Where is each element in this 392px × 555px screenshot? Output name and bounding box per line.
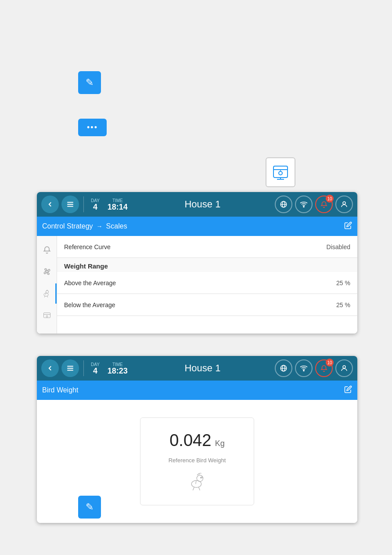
time-display-2: TIME 18:23	[105, 362, 130, 375]
weight-card: 0.042 Kg Reference Bird Weight	[140, 417, 254, 505]
time-value-1: 18:14	[108, 203, 128, 211]
alert-button-2[interactable]: 10	[315, 359, 333, 377]
header-divider-1	[83, 196, 84, 212]
above-average-value: 25 %	[336, 279, 350, 287]
globe-button-1[interactable]	[275, 196, 292, 213]
above-average-row[interactable]: Above the Average 25 %	[57, 272, 357, 294]
svg-point-12	[303, 206, 304, 207]
globe-icon-1	[280, 200, 288, 208]
user-button-1[interactable]	[335, 196, 353, 213]
header-bar-2: DAY 4 TIME 18:23 House 1	[37, 356, 357, 381]
wifi-button-2[interactable]	[295, 359, 313, 377]
edit-button-1[interactable]: ✎	[78, 71, 101, 94]
chicken-side-icon	[42, 289, 50, 298]
wifi-button-1[interactable]	[295, 196, 313, 213]
weight-range-title: Weight Range	[64, 262, 108, 270]
back-arrow-icon	[46, 200, 54, 208]
day-value-2: 4	[93, 367, 97, 375]
time-label-1: TIME	[112, 198, 123, 203]
day-label-2: DAY	[91, 362, 100, 367]
time-value-2: 18:23	[108, 367, 128, 375]
day-display-2: DAY 4	[88, 362, 102, 375]
reference-curve-value: Disabled	[327, 243, 350, 250]
alert-badge-1: 10	[326, 195, 334, 203]
svg-point-13	[343, 202, 345, 204]
header-right-1: 10	[275, 196, 353, 213]
day-display-1: DAY 4	[88, 198, 102, 211]
scale-side-icon	[43, 311, 51, 320]
weight-number: 0.042	[169, 431, 211, 450]
breadcrumb-control-strategy: Control Strategy	[42, 222, 93, 230]
alert-badge-2: 10	[326, 359, 334, 366]
wifi-icon-2	[300, 364, 308, 372]
time-display-1: TIME 18:14	[105, 198, 130, 211]
hamburger-icon-2	[66, 364, 74, 372]
svg-point-4	[279, 171, 282, 175]
more-dots-icon: •••	[87, 123, 98, 132]
pencil-icon-sub-2	[344, 385, 352, 393]
weight-display: 0.042 Kg	[169, 431, 225, 450]
pencil-icon-2: ✎	[86, 501, 94, 513]
weight-label: Reference Bird Weight	[169, 457, 226, 464]
time-label-2: TIME	[112, 362, 123, 367]
user-icon-1	[340, 200, 348, 208]
globe-icon-2	[280, 364, 288, 372]
content-area-1: Reference Curve Disabled Weight Range Ab…	[37, 236, 357, 334]
back-button-1[interactable]	[41, 196, 59, 213]
svg-point-15	[44, 293, 48, 297]
breadcrumb-left-2: Bird Weight	[42, 386, 78, 394]
pencil-icon-sub-1	[344, 221, 352, 229]
reference-curve-row[interactable]: Reference Curve Disabled	[57, 236, 357, 258]
fan-side-icon	[43, 267, 51, 276]
sidebar-chicken-icon[interactable]	[37, 283, 57, 304]
sidebar-bell-icon[interactable]	[37, 239, 57, 260]
svg-point-26	[303, 370, 304, 371]
svg-point-30	[201, 477, 201, 478]
screen-title-1: House 1	[133, 199, 272, 210]
breadcrumb-scales: Scales	[106, 222, 127, 230]
screen-title-2: House 1	[133, 363, 272, 374]
scales-shortcut-button[interactable]	[266, 157, 295, 187]
bell-side-icon	[43, 245, 51, 254]
reference-curve-label: Reference Curve	[64, 243, 327, 250]
svg-point-19	[46, 316, 48, 317]
sub-header-edit-1[interactable]	[344, 221, 352, 232]
screen-1: DAY 4 TIME 18:14 House 1	[37, 192, 357, 334]
below-average-value: 25 %	[336, 301, 350, 308]
sub-header-edit-2[interactable]	[344, 385, 352, 395]
day-label-1: DAY	[91, 198, 100, 203]
breadcrumb-2: Bird Weight	[37, 381, 357, 400]
user-button-2[interactable]	[335, 359, 353, 377]
sidebar-scale-icon[interactable]	[37, 305, 57, 326]
above-average-label: Above the Average	[64, 279, 336, 287]
below-average-label: Below the Average	[64, 301, 336, 308]
more-button[interactable]: •••	[78, 119, 107, 136]
scale-icon	[272, 163, 289, 181]
back-button-2[interactable]	[41, 359, 59, 377]
bird-weight-title: Bird Weight	[42, 386, 78, 394]
hamburger-icon	[66, 200, 74, 208]
breadcrumb-1: Control Strategy → Scales	[37, 217, 357, 236]
svg-point-27	[343, 366, 345, 368]
header-divider-2	[83, 360, 84, 376]
pencil-icon-1: ✎	[86, 77, 94, 88]
sidebar-fan-icon[interactable]	[37, 261, 57, 282]
bird-weight-icon	[187, 471, 208, 492]
below-average-row[interactable]: Below the Average 25 %	[57, 294, 357, 316]
user-icon-2	[340, 364, 348, 372]
header-right-2: 10	[275, 359, 353, 377]
back-arrow-icon-2	[46, 364, 54, 372]
breadcrumb-arrow: →	[97, 223, 103, 230]
alert-button-1[interactable]: 10	[315, 196, 333, 213]
edit-button-2[interactable]: ✎	[78, 496, 101, 519]
header-bar-1: DAY 4 TIME 18:14 House 1	[37, 192, 357, 217]
day-value-1: 4	[93, 203, 97, 211]
breadcrumb-left-1: Control Strategy → Scales	[42, 222, 127, 230]
weight-unit: Kg	[215, 439, 225, 448]
content-spacer-1	[57, 316, 357, 334]
wifi-icon-1	[300, 200, 308, 208]
svg-point-16	[46, 290, 48, 293]
menu-button-2[interactable]	[61, 359, 79, 377]
globe-button-2[interactable]	[275, 359, 292, 377]
menu-button-1[interactable]	[61, 196, 79, 213]
